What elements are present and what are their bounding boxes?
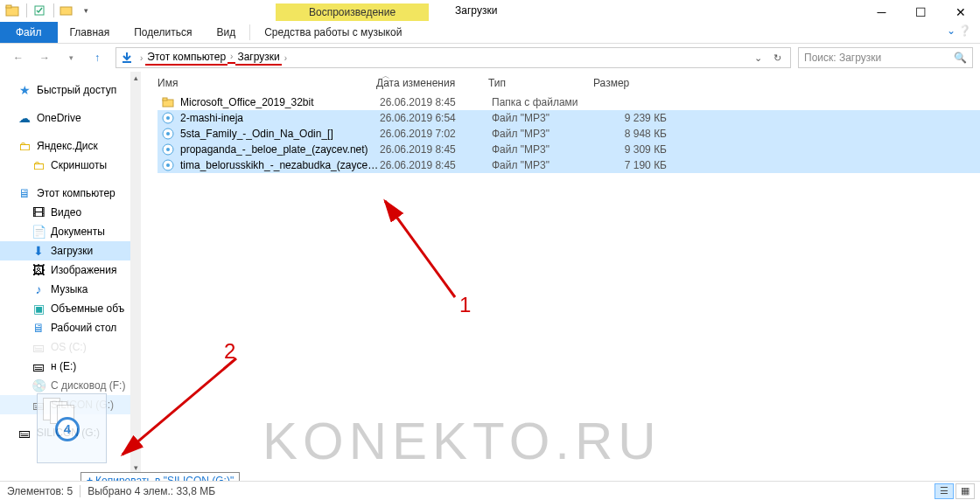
tree-video[interactable]: 🎞Видео — [0, 203, 130, 222]
column-name[interactable]: Имя — [158, 77, 376, 89]
svg-point-14 — [166, 163, 170, 167]
svg-point-12 — [166, 148, 170, 151]
drag-ghost: 4 — [37, 393, 107, 463]
column-date[interactable]: Дата изменения — [376, 77, 488, 89]
tree-downloads[interactable]: ⬇Загрузки — [0, 241, 130, 260]
folder-icon — [161, 95, 175, 109]
computer-icon: 🖥 — [18, 186, 32, 200]
watermark-text: KONEKTO.RU — [262, 411, 662, 471]
address-history-dropdown[interactable]: ⌄ — [748, 52, 767, 64]
ribbon-tab-music-tools[interactable]: Средства работы с музыкой — [252, 23, 414, 42]
audio-file-icon — [161, 111, 175, 125]
tree-pictures[interactable]: 🖼Изображения — [0, 260, 130, 280]
search-icon: 🔍 — [954, 52, 967, 64]
audio-file-icon — [161, 158, 175, 172]
file-name: 2-mashi-ineja — [180, 112, 380, 124]
drive-icon: 🖴 — [18, 426, 32, 440]
audio-file-icon — [161, 142, 175, 156]
ribbon-tab-home[interactable]: Главная — [58, 23, 122, 42]
star-icon: ★ — [18, 83, 32, 97]
file-type: Файл "MP3" — [492, 128, 597, 140]
search-input[interactable]: Поиск: Загрузки 🔍 — [798, 47, 973, 68]
ribbon-context-tab[interactable]: Воспроизведение — [276, 3, 429, 21]
tree-documents[interactable]: 📄Документы — [0, 222, 130, 241]
file-date: 26.06.2019 6:54 — [380, 112, 492, 124]
file-name: Microsoft_Office_2019_32bit — [180, 96, 380, 108]
breadcrumb-downloads[interactable]: Загрузки — [235, 51, 281, 66]
qat-properties-icon[interactable] — [31, 2, 48, 19]
file-name: tima_belorusskikh_-_nezabudka_(zaycev...… — [180, 159, 380, 171]
view-icons-button[interactable]: ▦ — [956, 483, 975, 499]
status-count: Элементов: 5 — [7, 485, 73, 497]
drive-icon: 🖴 — [32, 359, 46, 373]
file-date: 26.06.2019 7:02 — [380, 128, 492, 140]
downloads-icon: ⬇ — [32, 244, 46, 258]
pictures-icon: 🖼 — [32, 263, 46, 277]
tree-os-c[interactable]: 🖴OS (C:) — [0, 337, 130, 357]
tree-onedrive[interactable]: ☁OneDrive — [0, 108, 130, 128]
music-icon: ♪ — [32, 282, 46, 296]
nav-up-button[interactable]: ↑ — [86, 47, 108, 68]
qat-dropdown-icon[interactable]: ▾ — [77, 2, 94, 19]
tree-yandex-disk[interactable]: 🗀Яндекс.Диск — [0, 136, 130, 156]
disc-icon: 💿 — [32, 378, 46, 392]
file-name: 5sta_Family_-_Odin_Na_Odin_[] — [180, 128, 380, 140]
svg-point-10 — [166, 132, 170, 135]
tree-screenshots[interactable]: 🗀Скриншоты — [0, 156, 130, 175]
ribbon-file-tab[interactable]: Файл — [0, 22, 58, 43]
svg-point-8 — [166, 116, 170, 120]
refresh-button[interactable]: ↻ — [767, 52, 787, 64]
drive-icon: 🖴 — [32, 340, 46, 354]
file-size: 9 239 КБ — [597, 112, 667, 124]
tree-dvd-f[interactable]: 💿С дисковод (F:) — [0, 376, 130, 395]
file-type: Файл "MP3" — [492, 112, 597, 124]
tree-music[interactable]: ♪Музыка — [0, 280, 130, 299]
window-title: Загрузки — [455, 4, 497, 17]
chevron-right-icon[interactable]: › — [228, 52, 235, 64]
ribbon-tab-view[interactable]: Вид — [204, 23, 248, 42]
nav-back-button[interactable]: ← — [7, 47, 30, 68]
file-size: 7 190 КБ — [597, 159, 667, 171]
chevron-right-icon[interactable]: › — [137, 53, 145, 63]
tree-quick-access[interactable]: ★Быстрый доступ — [0, 80, 130, 100]
tree-drive-e[interactable]: 🖴н (E:) — [0, 357, 130, 376]
file-row[interactable]: 5sta_Family_-_Odin_Na_Odin_[]26.06.2019 … — [158, 126, 980, 142]
column-type[interactable]: Тип — [488, 77, 593, 89]
view-details-button[interactable]: ☰ — [934, 483, 954, 499]
sort-indicator-icon: ︿ — [382, 70, 390, 82]
nav-recent-dropdown[interactable]: ▾ — [60, 47, 82, 68]
breadcrumb-thispc[interactable]: Этот компьютер — [145, 51, 228, 66]
tree-this-pc[interactable]: 🖥Этот компьютер — [0, 184, 130, 203]
file-name: propaganda_-_beloe_plate_(zaycev.net) — [180, 143, 380, 156]
drag-count-badge: 4 — [55, 417, 80, 441]
cloud-icon: ☁ — [18, 111, 32, 125]
file-row[interactable]: tima_belorusskikh_-_nezabudka_(zaycev...… — [158, 157, 980, 173]
ribbon-tab-share[interactable]: Поделиться — [122, 23, 204, 42]
svg-rect-6 — [163, 98, 167, 101]
downloads-location-icon — [120, 51, 134, 65]
column-headers[interactable]: Имя Дата изменения Тип Размер — [158, 72, 980, 94]
file-size: 9 309 КБ — [597, 143, 667, 156]
file-row[interactable]: 2-mashi-ineja26.06.2019 6:54Файл "MP3"9 … — [158, 110, 980, 126]
tree-3dobjects[interactable]: ▣Объемные объ — [0, 299, 130, 318]
annotation-label-2: 2 — [224, 339, 235, 364]
svg-rect-4 — [122, 61, 131, 63]
status-bar: Элементов: 5 Выбрано 4 элем.: 33,8 МБ ☰ … — [0, 481, 980, 500]
audio-file-icon — [161, 127, 175, 141]
file-type: Папка с файлами — [492, 96, 597, 108]
tree-desktop[interactable]: 🖥Рабочий стол — [0, 318, 130, 337]
folder-icon: 🗀 — [18, 139, 32, 153]
qat-newfolder-icon[interactable] — [58, 2, 75, 19]
folder-icon: 🗀 — [32, 158, 46, 172]
ribbon: Файл Главная Поделиться Вид Средства раб… — [0, 21, 980, 44]
ribbon-help-icon[interactable]: ⌄ ❔ — [947, 24, 971, 37]
file-row[interactable]: Microsoft_Office_2019_32bit26.06.2019 8:… — [158, 94, 980, 110]
chevron-right-icon[interactable]: › — [282, 53, 290, 63]
column-size[interactable]: Размер — [593, 77, 672, 89]
address-bar[interactable]: › Этот компьютер › Загрузки › ⌄ ↻ — [116, 47, 791, 68]
nav-forward-button[interactable]: → — [33, 47, 56, 68]
search-placeholder: Поиск: Загрузки — [804, 52, 881, 64]
file-date: 26.06.2019 8:45 — [380, 159, 492, 171]
file-row[interactable]: propaganda_-_beloe_plate_(zaycev.net)26.… — [158, 142, 980, 157]
annotation-label-1: 1 — [459, 293, 471, 317]
